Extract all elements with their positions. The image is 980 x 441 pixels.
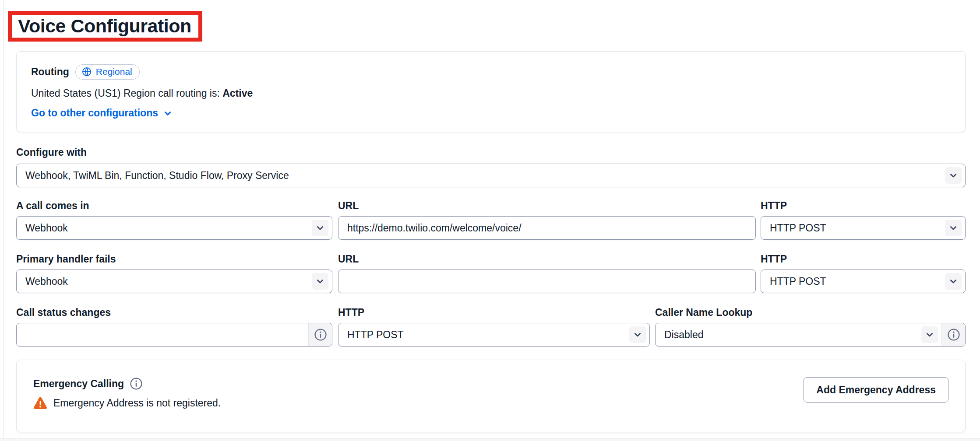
status-callback-label: Call status changes xyxy=(16,306,111,318)
chevron-down-icon xyxy=(163,109,172,118)
go-to-other-configurations-label: Go to other configurations xyxy=(31,107,158,119)
chevron-down-icon xyxy=(312,220,328,236)
incoming-http-label: HTTP xyxy=(761,200,787,212)
chevron-down-icon xyxy=(312,273,328,290)
incoming-http-select[interactable]: HTTP POST xyxy=(761,216,966,240)
routing-heading: Routing xyxy=(31,66,69,78)
routing-status: United States (US1) Region call routing … xyxy=(31,88,951,99)
info-icon[interactable] xyxy=(130,377,143,390)
add-emergency-address-button[interactable]: Add Emergency Address xyxy=(804,377,948,402)
configure-with-value: Webhook, TwiML Bin, Function, Studio Flo… xyxy=(17,170,945,182)
status-http-select[interactable]: HTTP POST xyxy=(338,323,650,346)
routing-card: Routing Regional United States (US1) Reg… xyxy=(16,51,966,132)
emergency-warning-text: Emergency Address is not registered. xyxy=(53,397,221,409)
incoming-call-select[interactable]: Webhook xyxy=(16,216,332,240)
incoming-http-value: HTTP POST xyxy=(761,222,945,234)
go-to-other-configurations-link[interactable]: Go to other configurations xyxy=(31,107,172,119)
fallback-http-label: HTTP xyxy=(761,253,787,265)
status-callback-input[interactable] xyxy=(17,323,308,346)
warning-icon xyxy=(33,397,47,410)
fallback-url-field xyxy=(338,270,756,293)
regional-badge: Regional xyxy=(75,64,140,80)
sidebar-divider xyxy=(4,0,4,441)
incoming-call-label: A call comes in xyxy=(16,200,89,212)
status-http-label: HTTP xyxy=(338,306,364,318)
configure-with-label: Configure with xyxy=(16,146,87,158)
page-title: Voice Configuration xyxy=(18,15,191,37)
configure-with-select[interactable]: Webhook, TwiML Bin, Function, Studio Flo… xyxy=(16,164,966,187)
regional-badge-label: Regional xyxy=(96,66,132,77)
incoming-call-value: Webhook xyxy=(17,222,312,234)
chevron-down-icon xyxy=(629,326,646,343)
incoming-url-input[interactable] xyxy=(338,217,755,239)
fallback-url-label: URL xyxy=(338,253,359,265)
bottom-strip xyxy=(0,438,980,441)
chevron-down-icon xyxy=(921,326,938,343)
info-icon[interactable] xyxy=(308,323,332,346)
fallback-value: Webhook xyxy=(17,276,312,287)
caller-name-lookup-value: Disabled xyxy=(656,329,921,341)
fallback-label: Primary handler fails xyxy=(16,253,116,265)
emergency-calling-heading: Emergency Calling xyxy=(33,378,124,390)
voice-configuration-page: Voice Configuration Routing Regional xyxy=(0,0,980,441)
caller-name-lookup-label: Caller Name Lookup xyxy=(655,306,752,318)
info-icon[interactable] xyxy=(941,323,965,346)
globe-icon xyxy=(81,66,92,77)
title-highlight-box: Voice Configuration xyxy=(8,11,202,42)
routing-status-text: United States (US1) Region call routing … xyxy=(31,88,222,99)
status-callback-field xyxy=(16,323,332,346)
incoming-url-field xyxy=(338,216,756,240)
chevron-down-icon xyxy=(945,167,962,184)
chevron-down-icon xyxy=(945,273,962,290)
fallback-http-value: HTTP POST xyxy=(761,276,945,287)
fallback-http-select[interactable]: HTTP POST xyxy=(761,270,966,293)
incoming-url-label: URL xyxy=(338,200,359,212)
chevron-down-icon xyxy=(945,220,962,236)
emergency-calling-card: Emergency Calling Emergency Address is n… xyxy=(16,360,966,432)
fallback-url-input[interactable] xyxy=(338,270,755,293)
status-http-value: HTTP POST xyxy=(338,329,629,341)
caller-name-lookup-select[interactable]: Disabled xyxy=(655,323,966,346)
fallback-select[interactable]: Webhook xyxy=(16,270,332,293)
routing-status-value: Active xyxy=(222,88,253,99)
